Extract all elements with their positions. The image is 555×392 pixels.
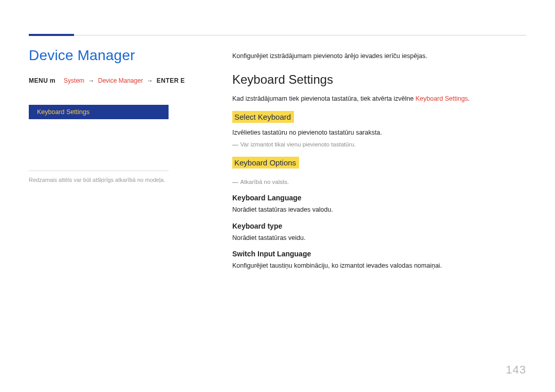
breadcrumb-enter-label: ENTER <box>157 77 179 84</box>
breadcrumb-device-manager: Device Manager <box>98 77 143 84</box>
select-keyboard-desc: Izvēlieties tastatūru no pievienoto tast… <box>232 128 520 138</box>
breadcrumb: MENU m System → Device Manager → ENTER E <box>29 77 198 84</box>
top-rule <box>29 35 526 35</box>
page-number: 143 <box>506 363 526 377</box>
panel-divider <box>29 171 169 171</box>
sidebar-menu: Keyboard Settings <box>29 105 169 119</box>
section-description: Kad izstrādājumam tiek pievienota tastat… <box>232 94 520 104</box>
section-desc-keyword: Keyboard Settings <box>415 95 468 102</box>
menu-icon: m <box>50 77 55 84</box>
breadcrumb-system: System <box>64 77 84 84</box>
section-desc-pre: Kad izstrādājumam tiek pievienota tastat… <box>232 95 415 102</box>
option-title: Keyboard type <box>232 222 520 230</box>
sidebar-item-keyboard-settings[interactable]: Keyboard Settings <box>29 105 169 119</box>
intro-text: Konfigurējiet izstrādājumam pievienoto ā… <box>232 51 520 61</box>
select-keyboard-note: ―Var izmantot tikai vienu pievienoto tas… <box>239 140 520 149</box>
select-keyboard-label: Select Keyboard <box>232 111 294 123</box>
dash-icon: ― <box>232 179 238 185</box>
keyboard-options-note: ―Atkarībā no valsts. <box>239 178 520 186</box>
option-desc: Norādiet tastatūras veidu. <box>232 233 520 243</box>
right-column: Konfigurējiet izstrādājumam pievienoto ā… <box>232 51 520 278</box>
top-accent-bar <box>29 34 74 36</box>
option-desc: Konfigurējiet taustiņu kombināciju, ko i… <box>232 261 520 271</box>
keyboard-options-label: Keyboard Options <box>232 157 299 169</box>
enter-icon: E <box>180 77 184 84</box>
option-desc: Norādiet tastatūras ievades valodu. <box>232 205 520 215</box>
note-text: Var izmantot tikai vienu pievienoto tast… <box>240 141 356 147</box>
left-column: Device Manager MENU m System → Device Ma… <box>29 47 198 184</box>
note-text: Atkarībā no valsts. <box>240 179 289 185</box>
sidebar-item-label: Keyboard Settings <box>37 108 89 116</box>
page-title: Device Manager <box>29 47 198 64</box>
section-desc-post: . <box>468 95 470 102</box>
option-title: Switch Input Language <box>232 250 520 258</box>
dash-icon: ― <box>232 141 238 147</box>
breadcrumb-menu-label: MENU <box>29 77 48 84</box>
option-title: Keyboard Language <box>232 194 520 202</box>
section-heading: Keyboard Settings <box>232 72 520 87</box>
page: Device Manager MENU m System → Device Ma… <box>0 0 555 392</box>
arrow-icon: → <box>146 77 153 84</box>
arrow-icon: → <box>88 77 94 84</box>
panel-caption: Redzamais attēls var būt atšķirīgs atkar… <box>29 176 183 184</box>
